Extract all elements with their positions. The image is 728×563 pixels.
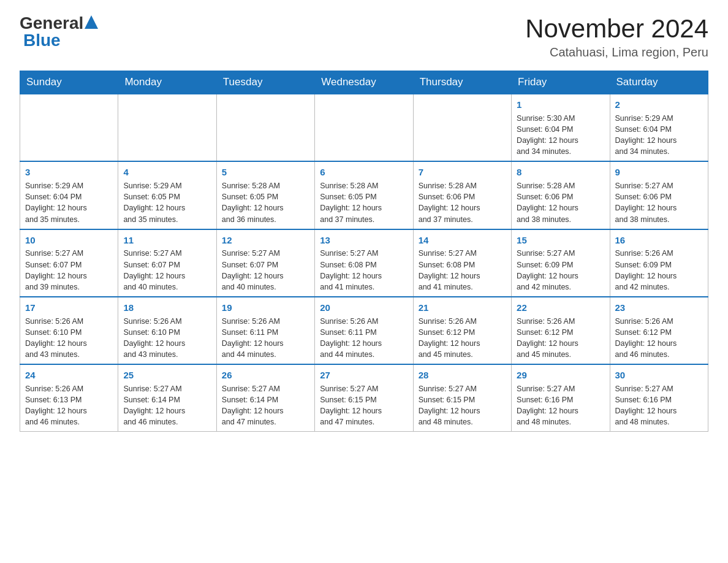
day-info: Sunrise: 5:27 AM Sunset: 6:09 PM Dayligh…: [517, 248, 604, 293]
day-info: Sunrise: 5:27 AM Sunset: 6:14 PM Dayligh…: [222, 383, 309, 428]
calendar-cell: 15Sunrise: 5:27 AM Sunset: 6:09 PM Dayli…: [512, 229, 610, 297]
logo-general-text: General: [20, 15, 83, 32]
logo-triangle-icon: [85, 15, 98, 29]
day-number: 30: [615, 369, 703, 382]
day-info: Sunrise: 5:27 AM Sunset: 6:16 PM Dayligh…: [615, 383, 703, 428]
calendar-cell: 17Sunrise: 5:26 AM Sunset: 6:10 PM Dayli…: [20, 297, 118, 364]
main-title: November 2024: [525, 15, 708, 43]
calendar-cell: 28Sunrise: 5:27 AM Sunset: 6:15 PM Dayli…: [413, 364, 511, 432]
day-number: 17: [25, 301, 113, 315]
calendar-cell: 11Sunrise: 5:27 AM Sunset: 6:07 PM Dayli…: [118, 229, 216, 297]
calendar-cell: 2Sunrise: 5:29 AM Sunset: 6:04 PM Daylig…: [610, 94, 708, 161]
day-info: Sunrise: 5:26 AM Sunset: 6:10 PM Dayligh…: [25, 316, 113, 361]
week-row-1: 1Sunrise: 5:30 AM Sunset: 6:04 PM Daylig…: [20, 94, 708, 161]
calendar-cell: 1Sunrise: 5:30 AM Sunset: 6:04 PM Daylig…: [512, 94, 610, 161]
day-number: 24: [25, 369, 113, 382]
calendar-cell: 10Sunrise: 5:27 AM Sunset: 6:07 PM Dayli…: [20, 229, 118, 297]
logo-blue-text: Blue: [23, 32, 61, 49]
day-number: 15: [517, 234, 604, 247]
calendar-cell: 14Sunrise: 5:27 AM Sunset: 6:08 PM Dayli…: [413, 229, 511, 297]
week-row-5: 24Sunrise: 5:26 AM Sunset: 6:13 PM Dayli…: [20, 364, 708, 432]
day-info: Sunrise: 5:30 AM Sunset: 6:04 PM Dayligh…: [517, 113, 604, 158]
day-info: Sunrise: 5:29 AM Sunset: 6:04 PM Dayligh…: [25, 180, 113, 225]
calendar-header-sunday: Sunday: [20, 71, 118, 94]
day-info: Sunrise: 5:27 AM Sunset: 6:07 PM Dayligh…: [25, 248, 113, 293]
day-number: 20: [320, 301, 408, 315]
day-info: Sunrise: 5:27 AM Sunset: 6:15 PM Dayligh…: [419, 383, 506, 428]
calendar-cell: 25Sunrise: 5:27 AM Sunset: 6:14 PM Dayli…: [118, 364, 216, 432]
day-info: Sunrise: 5:28 AM Sunset: 6:06 PM Dayligh…: [517, 180, 604, 225]
calendar-cell: [216, 94, 314, 161]
day-info: Sunrise: 5:26 AM Sunset: 6:12 PM Dayligh…: [419, 316, 506, 361]
day-number: 14: [419, 234, 506, 247]
calendar-cell: 9Sunrise: 5:27 AM Sunset: 6:06 PM Daylig…: [610, 161, 708, 229]
day-info: Sunrise: 5:28 AM Sunset: 6:05 PM Dayligh…: [222, 180, 309, 225]
day-number: 25: [123, 369, 211, 382]
day-number: 3: [25, 166, 113, 179]
day-info: Sunrise: 5:27 AM Sunset: 6:06 PM Dayligh…: [615, 180, 703, 225]
day-number: 7: [419, 166, 506, 179]
day-number: 9: [615, 166, 703, 179]
calendar-cell: 6Sunrise: 5:28 AM Sunset: 6:05 PM Daylig…: [315, 161, 413, 229]
day-info: Sunrise: 5:26 AM Sunset: 6:13 PM Dayligh…: [25, 383, 113, 428]
day-info: Sunrise: 5:27 AM Sunset: 6:16 PM Dayligh…: [517, 383, 604, 428]
calendar-cell: [315, 94, 413, 161]
day-number: 1: [517, 98, 604, 112]
day-number: 10: [25, 234, 113, 247]
calendar-header-thursday: Thursday: [413, 71, 511, 94]
calendar-cell: 26Sunrise: 5:27 AM Sunset: 6:14 PM Dayli…: [216, 364, 314, 432]
calendar-cell: 20Sunrise: 5:26 AM Sunset: 6:11 PM Dayli…: [315, 297, 413, 364]
subtitle: Catahuasi, Lima region, Peru: [525, 45, 708, 59]
day-info: Sunrise: 5:26 AM Sunset: 6:12 PM Dayligh…: [615, 316, 703, 361]
week-row-2: 3Sunrise: 5:29 AM Sunset: 6:04 PM Daylig…: [20, 161, 708, 229]
day-number: 19: [222, 301, 309, 315]
calendar-header-friday: Friday: [512, 71, 610, 94]
day-number: 23: [615, 301, 703, 315]
calendar-cell: 27Sunrise: 5:27 AM Sunset: 6:15 PM Dayli…: [315, 364, 413, 432]
calendar-cell: [413, 94, 511, 161]
day-number: 11: [123, 234, 211, 247]
week-row-4: 17Sunrise: 5:26 AM Sunset: 6:10 PM Dayli…: [20, 297, 708, 364]
calendar-cell: 18Sunrise: 5:26 AM Sunset: 6:10 PM Dayli…: [118, 297, 216, 364]
day-number: 29: [517, 369, 604, 382]
day-number: 2: [615, 98, 703, 112]
calendar-table: SundayMondayTuesdayWednesdayThursdayFrid…: [20, 71, 708, 432]
day-info: Sunrise: 5:29 AM Sunset: 6:05 PM Dayligh…: [123, 180, 211, 225]
day-info: Sunrise: 5:27 AM Sunset: 6:15 PM Dayligh…: [320, 383, 408, 428]
day-info: Sunrise: 5:29 AM Sunset: 6:04 PM Dayligh…: [615, 113, 703, 158]
calendar-cell: 5Sunrise: 5:28 AM Sunset: 6:05 PM Daylig…: [216, 161, 314, 229]
day-info: Sunrise: 5:26 AM Sunset: 6:12 PM Dayligh…: [517, 316, 604, 361]
page-header: General Blue November 2024 Catahuasi, Li…: [20, 15, 708, 59]
calendar-cell: 21Sunrise: 5:26 AM Sunset: 6:12 PM Dayli…: [413, 297, 511, 364]
day-number: 8: [517, 166, 604, 179]
day-info: Sunrise: 5:28 AM Sunset: 6:06 PM Dayligh…: [419, 180, 506, 225]
calendar-header-wednesday: Wednesday: [315, 71, 413, 94]
svg-marker-0: [85, 15, 98, 29]
calendar-cell: 22Sunrise: 5:26 AM Sunset: 6:12 PM Dayli…: [512, 297, 610, 364]
calendar-cell: 13Sunrise: 5:27 AM Sunset: 6:08 PM Dayli…: [315, 229, 413, 297]
day-info: Sunrise: 5:27 AM Sunset: 6:14 PM Dayligh…: [123, 383, 211, 428]
calendar-cell: 19Sunrise: 5:26 AM Sunset: 6:11 PM Dayli…: [216, 297, 314, 364]
calendar-cell: [20, 94, 118, 161]
day-info: Sunrise: 5:26 AM Sunset: 6:11 PM Dayligh…: [320, 316, 408, 361]
day-number: 16: [615, 234, 703, 247]
day-info: Sunrise: 5:27 AM Sunset: 6:07 PM Dayligh…: [123, 248, 211, 293]
title-block: November 2024 Catahuasi, Lima region, Pe…: [525, 15, 708, 59]
day-number: 13: [320, 234, 408, 247]
calendar-cell: 23Sunrise: 5:26 AM Sunset: 6:12 PM Dayli…: [610, 297, 708, 364]
day-number: 6: [320, 166, 408, 179]
day-info: Sunrise: 5:28 AM Sunset: 6:05 PM Dayligh…: [320, 180, 408, 225]
calendar-header-monday: Monday: [118, 71, 216, 94]
day-number: 5: [222, 166, 309, 179]
day-number: 18: [123, 301, 211, 315]
calendar-cell: 3Sunrise: 5:29 AM Sunset: 6:04 PM Daylig…: [20, 161, 118, 229]
day-info: Sunrise: 5:26 AM Sunset: 6:10 PM Dayligh…: [123, 316, 211, 361]
day-number: 12: [222, 234, 309, 247]
day-number: 26: [222, 369, 309, 382]
calendar-cell: 7Sunrise: 5:28 AM Sunset: 6:06 PM Daylig…: [413, 161, 511, 229]
calendar-header-saturday: Saturday: [610, 71, 708, 94]
calendar-cell: 8Sunrise: 5:28 AM Sunset: 6:06 PM Daylig…: [512, 161, 610, 229]
day-number: 22: [517, 301, 604, 315]
day-info: Sunrise: 5:27 AM Sunset: 6:08 PM Dayligh…: [320, 248, 408, 293]
day-number: 28: [419, 369, 506, 382]
